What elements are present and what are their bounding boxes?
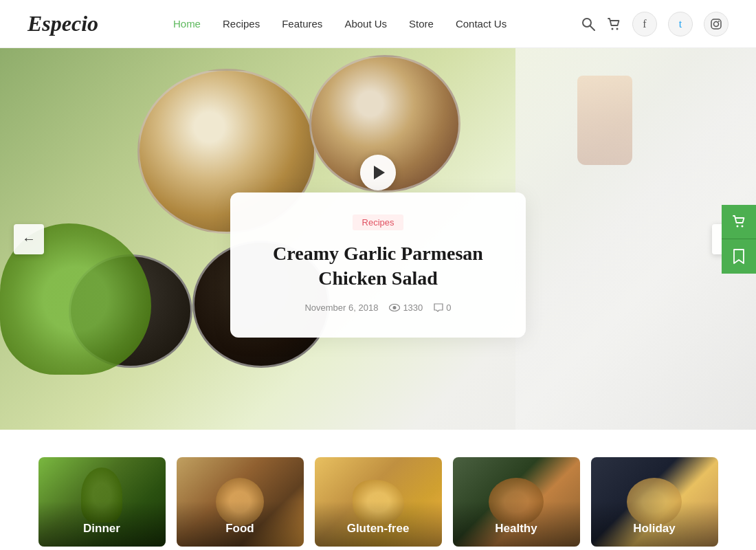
svg-point-8 bbox=[393, 306, 397, 309]
svg-line-1 bbox=[590, 26, 594, 30]
gluten-label: Gluten-free bbox=[315, 501, 442, 547]
svg-point-6 bbox=[718, 21, 720, 22]
card-tag: Recipes bbox=[353, 214, 404, 230]
svg-point-2 bbox=[612, 28, 614, 30]
card-title: Creamy Garlic ParmesanChicken Salad bbox=[258, 241, 498, 292]
side-buttons bbox=[722, 205, 756, 274]
categories-section: Dinner Food Gluten-free Healthy Holiday bbox=[0, 430, 756, 550]
category-healthy[interactable]: Healthy bbox=[453, 457, 580, 547]
search-icon[interactable] bbox=[581, 17, 595, 31]
nav-about[interactable]: About Us bbox=[344, 18, 387, 30]
card-meta: November 6, 2018 1330 0 bbox=[258, 302, 498, 313]
instagram-icon[interactable] bbox=[704, 12, 729, 36]
header-icons: f t bbox=[581, 12, 729, 36]
categories-grid: Dinner Food Gluten-free Healthy Holiday bbox=[34, 457, 722, 547]
play-button[interactable] bbox=[360, 155, 396, 190]
svg-point-9 bbox=[737, 226, 739, 228]
category-dinner[interactable]: Dinner bbox=[38, 457, 166, 547]
svg-rect-4 bbox=[711, 19, 721, 29]
svg-point-3 bbox=[616, 28, 619, 30]
card-views: 1330 bbox=[389, 302, 423, 313]
side-bookmark-button[interactable] bbox=[722, 239, 756, 274]
logo: Especio bbox=[27, 11, 98, 36]
healthy-label: Healthy bbox=[453, 501, 580, 547]
twitter-icon[interactable]: t bbox=[668, 12, 693, 36]
category-food[interactable]: Food bbox=[177, 457, 304, 547]
hero-section: ← Recipes Creamy Garlic ParmesanChicken … bbox=[0, 48, 756, 430]
nav-recipes[interactable]: Recipes bbox=[223, 18, 260, 30]
svg-point-10 bbox=[742, 226, 744, 228]
card-comments: 0 bbox=[434, 302, 451, 313]
prev-button[interactable]: ← bbox=[14, 224, 44, 254]
svg-point-5 bbox=[714, 21, 719, 26]
dinner-label: Dinner bbox=[38, 501, 166, 547]
holiday-label: Holiday bbox=[591, 501, 718, 547]
cart-icon[interactable] bbox=[606, 16, 621, 32]
navigation: Home Recipes Features About Us Store Con… bbox=[173, 18, 507, 30]
category-gluten-free[interactable]: Gluten-free bbox=[315, 457, 442, 547]
header: Especio Home Recipes Features About Us S… bbox=[0, 0, 756, 48]
nav-store[interactable]: Store bbox=[409, 18, 434, 30]
nav-contact[interactable]: Contact Us bbox=[456, 18, 507, 30]
nav-features[interactable]: Features bbox=[282, 18, 322, 30]
food-label: Food bbox=[177, 501, 304, 547]
side-cart-button[interactable] bbox=[722, 205, 756, 239]
nav-home[interactable]: Home bbox=[173, 18, 201, 30]
card-date: November 6, 2018 bbox=[304, 302, 378, 313]
svg-point-0 bbox=[583, 19, 591, 27]
category-holiday[interactable]: Holiday bbox=[591, 457, 718, 547]
facebook-icon[interactable]: f bbox=[632, 12, 657, 36]
hero-card: Recipes Creamy Garlic ParmesanChicken Sa… bbox=[230, 192, 526, 338]
